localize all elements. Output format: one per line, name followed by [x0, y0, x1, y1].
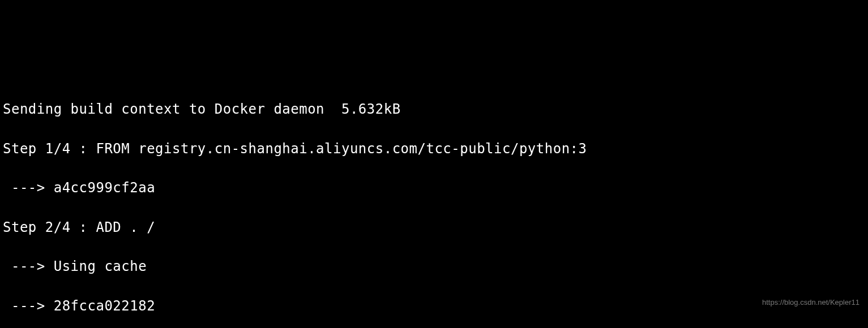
- watermark-text: https://blog.csdn.net/Kepler11: [762, 297, 860, 308]
- terminal-line: Sending build context to Docker daemon 5…: [3, 100, 865, 119]
- terminal-line: Step 1/4 : FROM registry.cn-shanghai.ali…: [3, 139, 865, 159]
- terminal-line: ---> Using cache: [3, 257, 865, 277]
- terminal-line: ---> 28fcca022182: [3, 296, 865, 316]
- terminal-output: Sending build context to Docker daemon 5…: [3, 80, 865, 328]
- terminal-line: Step 2/4 : ADD . /: [3, 218, 865, 238]
- terminal-line: ---> a4cc999cf2aa: [3, 178, 865, 198]
